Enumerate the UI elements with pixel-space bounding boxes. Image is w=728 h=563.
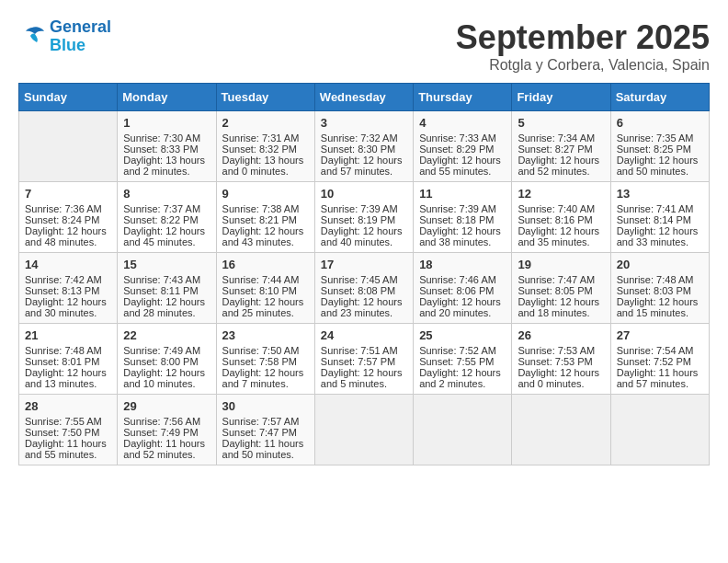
sunrise-text: Sunrise: 7:45 AM: [321, 274, 407, 285]
calendar-cell: 4Sunrise: 7:33 AMSunset: 8:29 PMDaylight…: [414, 111, 512, 182]
day-number: 30: [222, 399, 309, 413]
daylight-text: Daylight: 12 hours and 57 minutes.: [321, 155, 407, 177]
sunset-text: Sunset: 8:16 PM: [518, 214, 604, 225]
daylight-text: Daylight: 12 hours and 2 minutes.: [419, 367, 506, 389]
day-number: 28: [25, 399, 111, 413]
sunrise-text: Sunrise: 7:48 AM: [25, 345, 111, 356]
calendar-cell: 17Sunrise: 7:45 AMSunset: 8:08 PMDayligh…: [314, 253, 413, 324]
sunrise-text: Sunrise: 7:50 AM: [222, 345, 309, 356]
day-header-saturday: Saturday: [610, 84, 709, 111]
calendar-cell: [314, 395, 413, 465]
daylight-text: Daylight: 12 hours and 13 minutes.: [25, 367, 111, 389]
sunset-text: Sunset: 8:13 PM: [25, 285, 111, 296]
calendar-cell: 29Sunrise: 7:56 AMSunset: 7:49 PMDayligh…: [118, 395, 216, 465]
sunrise-text: Sunrise: 7:37 AM: [123, 203, 210, 214]
sunrise-text: Sunrise: 7:44 AM: [222, 274, 309, 285]
day-number: 17: [321, 258, 407, 271]
day-header-thursday: Thursday: [414, 84, 512, 111]
daylight-text: Daylight: 12 hours and 52 minutes.: [518, 155, 604, 177]
daylight-text: Daylight: 12 hours and 45 minutes.: [123, 225, 210, 247]
calendar-cell: 25Sunrise: 7:52 AMSunset: 7:55 PMDayligh…: [414, 324, 512, 395]
day-number: 19: [518, 258, 604, 271]
month-title: September 2025: [456, 18, 710, 57]
daylight-text: Daylight: 12 hours and 55 minutes.: [419, 155, 506, 177]
day-number: 7: [25, 187, 111, 201]
sunset-text: Sunset: 7:53 PM: [518, 356, 604, 367]
sunset-text: Sunset: 8:25 PM: [617, 144, 703, 155]
day-number: 29: [123, 399, 210, 413]
sunrise-text: Sunrise: 7:48 AM: [617, 274, 703, 285]
calendar-cell: 7Sunrise: 7:36 AMSunset: 8:24 PMDaylight…: [19, 182, 118, 253]
sunset-text: Sunset: 8:18 PM: [419, 214, 506, 225]
daylight-text: Daylight: 11 hours and 52 minutes.: [123, 438, 210, 460]
calendar-cell: 10Sunrise: 7:39 AMSunset: 8:19 PMDayligh…: [314, 182, 413, 253]
sunrise-text: Sunrise: 7:57 AM: [222, 416, 309, 427]
week-row-3: 14Sunrise: 7:42 AMSunset: 8:13 PMDayligh…: [19, 253, 710, 324]
day-header-tuesday: Tuesday: [216, 84, 314, 111]
sunrise-text: Sunrise: 7:56 AM: [123, 416, 210, 427]
day-header-friday: Friday: [512, 84, 610, 111]
sunrise-text: Sunrise: 7:42 AM: [25, 274, 111, 285]
day-number: 9: [222, 187, 309, 201]
sunset-text: Sunset: 7:49 PM: [123, 427, 210, 438]
daylight-text: Daylight: 12 hours and 25 minutes.: [222, 296, 309, 318]
calendar-cell: 18Sunrise: 7:46 AMSunset: 8:06 PMDayligh…: [414, 253, 512, 324]
day-number: 23: [222, 328, 309, 342]
sunset-text: Sunset: 8:14 PM: [617, 214, 703, 225]
sunset-text: Sunset: 8:08 PM: [321, 285, 407, 296]
sunset-text: Sunset: 8:30 PM: [321, 144, 407, 155]
daylight-text: Daylight: 12 hours and 38 minutes.: [419, 225, 506, 247]
sunrise-text: Sunrise: 7:31 AM: [222, 132, 309, 144]
calendar-cell: 11Sunrise: 7:39 AMSunset: 8:18 PMDayligh…: [414, 182, 512, 253]
day-number: 8: [123, 187, 210, 201]
logo-bird-icon: [18, 26, 46, 48]
calendar-cell: [512, 395, 610, 465]
day-number: 15: [123, 258, 210, 271]
sunrise-text: Sunrise: 7:36 AM: [25, 203, 111, 214]
day-number: 18: [419, 258, 506, 271]
daylight-text: Daylight: 12 hours and 35 minutes.: [518, 225, 604, 247]
day-number: 4: [419, 116, 506, 130]
sunrise-text: Sunrise: 7:38 AM: [222, 203, 309, 214]
sunset-text: Sunset: 7:55 PM: [419, 356, 506, 367]
calendar-cell: 16Sunrise: 7:44 AMSunset: 8:10 PMDayligh…: [216, 253, 314, 324]
day-number: 1: [123, 116, 210, 130]
week-row-5: 28Sunrise: 7:55 AMSunset: 7:50 PMDayligh…: [19, 395, 710, 465]
sunset-text: Sunset: 8:06 PM: [419, 285, 506, 296]
calendar-cell: [610, 395, 709, 465]
sunset-text: Sunset: 8:03 PM: [617, 285, 703, 296]
daylight-text: Daylight: 12 hours and 18 minutes.: [518, 296, 604, 318]
sunrise-text: Sunrise: 7:54 AM: [617, 345, 703, 356]
daylight-text: Daylight: 13 hours and 2 minutes.: [123, 155, 210, 177]
day-number: 25: [419, 328, 506, 342]
sunset-text: Sunset: 7:47 PM: [222, 427, 309, 438]
header-row: SundayMondayTuesdayWednesdayThursdayFrid…: [19, 84, 710, 111]
week-row-2: 7Sunrise: 7:36 AMSunset: 8:24 PMDaylight…: [19, 182, 710, 253]
daylight-text: Daylight: 11 hours and 57 minutes.: [617, 367, 703, 389]
daylight-text: Daylight: 12 hours and 0 minutes.: [518, 367, 604, 389]
daylight-text: Daylight: 12 hours and 7 minutes.: [222, 367, 309, 389]
day-number: 12: [518, 187, 604, 201]
daylight-text: Daylight: 12 hours and 33 minutes.: [617, 225, 703, 247]
calendar-cell: 20Sunrise: 7:48 AMSunset: 8:03 PMDayligh…: [610, 253, 709, 324]
day-number: 27: [617, 328, 703, 342]
calendar-cell: 6Sunrise: 7:35 AMSunset: 8:25 PMDaylight…: [610, 111, 709, 182]
sunrise-text: Sunrise: 7:30 AM: [123, 132, 210, 144]
sunset-text: Sunset: 8:29 PM: [419, 144, 506, 155]
calendar-cell: 30Sunrise: 7:57 AMSunset: 7:47 PMDayligh…: [216, 395, 314, 465]
day-number: 11: [419, 187, 506, 201]
sunrise-text: Sunrise: 7:41 AM: [617, 203, 703, 214]
day-number: 14: [25, 258, 111, 271]
sunset-text: Sunset: 8:27 PM: [518, 144, 604, 155]
sunset-text: Sunset: 7:57 PM: [321, 356, 407, 367]
daylight-text: Daylight: 11 hours and 55 minutes.: [25, 438, 111, 460]
calendar-cell: 23Sunrise: 7:50 AMSunset: 7:58 PMDayligh…: [216, 324, 314, 395]
sunset-text: Sunset: 8:32 PM: [222, 144, 309, 155]
calendar-cell: 13Sunrise: 7:41 AMSunset: 8:14 PMDayligh…: [610, 182, 709, 253]
day-number: 5: [518, 116, 604, 130]
daylight-text: Daylight: 12 hours and 15 minutes.: [617, 296, 703, 318]
title-block: September 2025 Rotgla y Corbera, Valenci…: [456, 18, 710, 74]
day-number: 13: [617, 187, 703, 201]
calendar-cell: 22Sunrise: 7:49 AMSunset: 8:00 PMDayligh…: [118, 324, 216, 395]
sunset-text: Sunset: 8:05 PM: [518, 285, 604, 296]
